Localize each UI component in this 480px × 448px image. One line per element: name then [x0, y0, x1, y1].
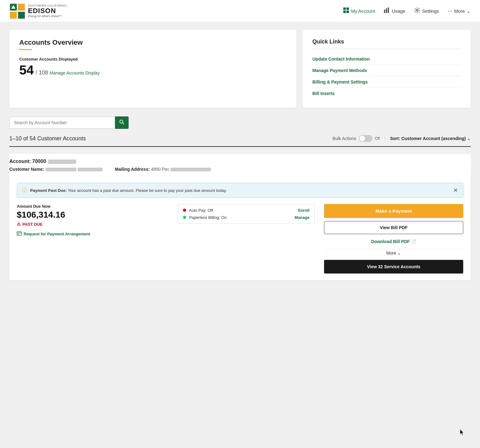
accounts-count: 54 / 108 Manage Accounts Display — [19, 63, 286, 78]
past-due-label: PAST DUE — [22, 222, 43, 227]
svg-point-13 — [416, 9, 418, 11]
mailing-address-partial: 4850 Pec — [151, 167, 169, 172]
warning-icon: ⚠ — [17, 222, 21, 227]
accounts-overview-title: Accounts Overview — [19, 38, 286, 47]
sort-value: Customer Account (ascending) — [401, 136, 466, 141]
manage-accounts-link[interactable]: Manage Accounts Display — [50, 70, 100, 75]
accounts-overview-card: Accounts Overview Customer Accounts Disp… — [9, 30, 296, 108]
customer-name-label: Customer Name: — [9, 167, 44, 172]
more-label: More — [386, 251, 396, 256]
bulk-actions: Bulk Actions Off — [332, 135, 380, 142]
company-name: EDISON — [28, 7, 67, 15]
svg-rect-12 — [388, 7, 389, 13]
svg-rect-5 — [18, 12, 25, 19]
toggle-off-label: Off — [375, 136, 380, 141]
bulk-actions-label: Bulk Actions — [332, 136, 356, 141]
settings-icon — [414, 7, 420, 15]
svg-point-14 — [120, 120, 123, 123]
alert-message: Your account has a past due amount. Plea… — [68, 188, 227, 193]
more-chevron-icon: ⌄ — [397, 251, 401, 256]
alert-info-icon: ⓘ — [22, 187, 27, 194]
mailing-address-field: Mailing Address: 4850 Pec — [115, 167, 211, 172]
quick-link-manage-payment[interactable]: Manage Payment Methods — [313, 65, 461, 76]
download-icon: 📄 — [411, 239, 416, 244]
view-bill-button[interactable]: View Bill PDF — [324, 221, 463, 234]
auto-pay-dot — [183, 209, 186, 212]
nav-settings[interactable]: Settings — [414, 7, 439, 15]
account-card: Account: 70000 Customer Name: Mailing Ad… — [9, 154, 471, 280]
title-underline — [19, 49, 32, 50]
request-payment-icon — [17, 231, 22, 237]
accounts-displayed-number: 54 — [19, 63, 34, 78]
list-controls: Bulk Actions Off Sort: Customer Account … — [332, 135, 471, 142]
more-dots-icon: ··· — [448, 8, 452, 14]
paperless-billing-label: Paperless Billing: On — [189, 215, 227, 220]
svg-line-15 — [123, 123, 124, 124]
paperless-billing-manage-link[interactable]: Manage — [295, 215, 309, 220]
auto-pay-enroll-link[interactable]: Enroll — [298, 208, 309, 213]
logo-text: SOUTHERN CALIFORNIA EDISON Energy for Wh… — [28, 4, 67, 18]
account-billing-row: Amount Due Now $106,314.16 ⚠ PAST DUE Re… — [17, 204, 463, 274]
search-button[interactable] — [115, 116, 129, 129]
bulk-actions-toggle[interactable] — [359, 135, 373, 142]
accounts-displayed-label: Customer Accounts Displayed — [19, 57, 286, 61]
alert-close-button[interactable]: ✕ — [453, 187, 458, 194]
quick-links-title: Quick Links — [313, 38, 461, 49]
paperless-billing-row: Paperless Billing: On Manage — [183, 215, 309, 220]
nav-usage[interactable]: Usage — [384, 7, 405, 15]
amount-due-label: Amount Due Now — [17, 204, 168, 209]
toggle-slider — [359, 135, 373, 142]
more-expand-button[interactable]: More ⌄ — [324, 249, 463, 257]
svg-rect-2 — [18, 4, 25, 11]
account-meta: Customer Name: Mailing Address: 4850 Pec — [9, 167, 471, 172]
svg-rect-10 — [384, 10, 385, 13]
svg-rect-4 — [10, 12, 17, 19]
nav-settings-label: Settings — [422, 8, 439, 14]
request-payment-label: Request for Payment Arrangement — [24, 232, 90, 236]
paperless-dot — [183, 216, 186, 219]
main-content: Accounts Overview Customer Accounts Disp… — [0, 22, 480, 288]
past-due-badge: ⚠ PAST DUE — [17, 222, 168, 227]
mailing-address-label: Mailing Address: — [115, 167, 150, 172]
svg-rect-8 — [343, 11, 346, 13]
section-divider — [9, 146, 471, 147]
sort-control[interactable]: Sort: Customer Account (ascending) ⌄ — [385, 136, 471, 141]
my-account-icon — [343, 7, 349, 15]
quick-link-update-contact[interactable]: Update Contact Information — [313, 53, 461, 65]
nav-my-account[interactable]: My Account — [343, 7, 375, 15]
payment-past-due-alert: ⓘ Payment Past Due: Your account has a p… — [17, 183, 463, 198]
tagline: Energy for What's Ahead™ — [28, 15, 67, 18]
nav-my-account-label: My Account — [351, 8, 375, 14]
svg-rect-16 — [17, 232, 21, 235]
billing-left: Amount Due Now $106,314.16 ⚠ PAST DUE Re… — [17, 204, 168, 237]
logo: SOUTHERN CALIFORNIA EDISON Energy for Wh… — [9, 3, 67, 19]
sort-chevron-icon: ⌄ — [467, 136, 471, 141]
alert-text: Payment Past Due: Your account has a pas… — [30, 188, 227, 193]
account-number-redacted — [48, 160, 76, 164]
account-details-inner: ⓘ Payment Past Due: Your account has a p… — [9, 176, 471, 280]
account-number: Account: 70000 — [9, 159, 471, 164]
request-payment-link[interactable]: Request for Payment Arrangement — [17, 231, 168, 237]
quick-link-bill-inserts[interactable]: Bill Inserts — [313, 88, 461, 99]
alert-bold: Payment Past Due: — [30, 188, 67, 193]
top-row: Accounts Overview Customer Accounts Disp… — [9, 30, 471, 108]
search-row — [9, 116, 471, 129]
svg-rect-7 — [346, 7, 349, 10]
sort-prefix: Sort: — [390, 136, 400, 141]
more-chevron-icon: ⌄ — [467, 8, 471, 14]
search-icon — [119, 120, 124, 124]
accounts-total: / 108 Manage Accounts Display — [36, 70, 100, 76]
quick-link-billing-settings[interactable]: Billing & Payment Settings — [313, 76, 461, 88]
download-bill-button[interactable]: Download Bill PDF 📄 — [324, 237, 463, 246]
billing-middle: Auto Pay: Off Enroll Paperless Billing: … — [178, 204, 315, 224]
svg-point-18 — [18, 234, 19, 235]
search-input[interactable] — [9, 117, 115, 129]
view-service-accounts-button[interactable]: View 32 Service Accounts — [324, 260, 463, 274]
edison-logo-icon — [9, 3, 25, 19]
svg-rect-9 — [346, 11, 349, 13]
nav-usage-label: Usage — [392, 8, 405, 14]
account-number-value: 70000 — [32, 159, 46, 164]
make-payment-button[interactable]: Make a Payment — [324, 204, 463, 218]
nav-more[interactable]: ··· More ⌄ — [448, 8, 471, 14]
customer-name-redacted — [45, 168, 76, 171]
